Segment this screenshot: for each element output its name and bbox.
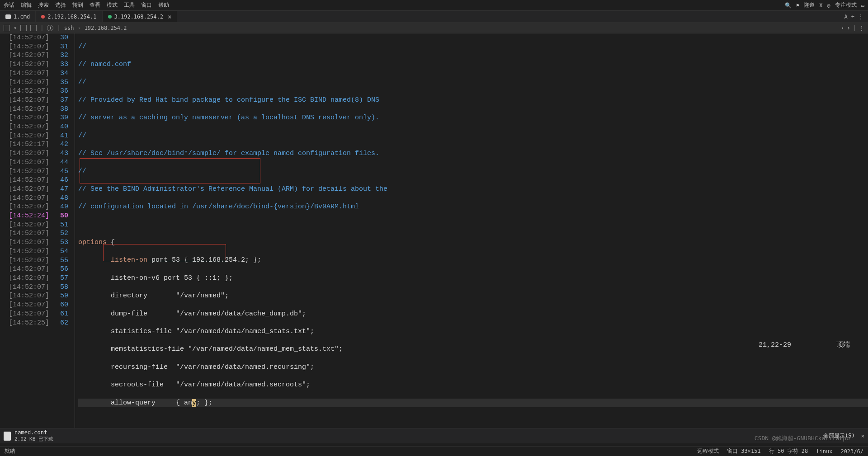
tab-host2-label: 3.192.168.254.2	[114, 14, 163, 20]
more-icon[interactable]: ⋮	[858, 14, 863, 20]
code-line: listen-on-v6 port 53 { ::1; };	[78, 274, 233, 282]
crumb-addr[interactable]: 192.168.254.2	[85, 25, 127, 31]
code-line: // named.conf	[78, 61, 131, 68]
menu-mode[interactable]: 模式	[107, 1, 118, 9]
code-line: {	[107, 239, 115, 246]
tab-host2[interactable]: 3.192.168.254.2 ×	[103, 11, 178, 22]
toolbar: ▾ | i | ssh › 192.168.254.2 ‹ › | ⋮	[0, 23, 868, 33]
close-icon[interactable]: ×	[168, 13, 171, 20]
menu-x[interactable]: X	[819, 2, 822, 9]
close-download-icon[interactable]: ×	[861, 433, 864, 439]
code-line: secroots-file "/var/named/data/named.sec…	[78, 381, 310, 389]
menu-tunnel[interactable]: 隧道	[804, 1, 815, 9]
menu-right: 🔍 ⚑ 隧道 X ◎ 专注模式 ▭	[785, 1, 864, 9]
more-icon-2[interactable]: ⋮	[859, 25, 864, 31]
nav-fwd-icon[interactable]: ›	[847, 25, 850, 31]
menu-view[interactable]: 查看	[90, 1, 100, 9]
code-line: //	[78, 43, 86, 51]
menu-window[interactable]: 窗口	[141, 1, 152, 9]
menu-select[interactable]: 选择	[55, 1, 66, 9]
download-info[interactable]: named.conf 2.02 KB 已下载	[14, 429, 53, 442]
cmd-icon	[5, 14, 11, 19]
status-dot-red-icon	[41, 15, 45, 19]
tab-host1-label: 2.192.168.254.1	[47, 14, 96, 20]
menu-session[interactable]: 会话	[4, 1, 14, 9]
nav-back-icon[interactable]: ‹	[841, 25, 844, 31]
status-remote[interactable]: 远程模式	[697, 447, 719, 455]
code-options-kw: options	[78, 239, 107, 246]
menu-left: 会话 编辑 搜索 选择 转到 查看 模式 工具 窗口 帮助	[4, 1, 169, 9]
editor[interactable]: [14:52:07][14:52:07][14:52:07][14:52:07]…	[0, 33, 868, 440]
cursor: y	[192, 399, 196, 407]
panel-icon-3[interactable]	[30, 25, 37, 31]
code-line: // server as a caching only nameserver (…	[78, 114, 379, 122]
code-area[interactable]: // // named.conf // // Provided by Red H…	[78, 33, 868, 440]
menu-goto[interactable]: 转到	[72, 1, 83, 9]
code-listen-kw: listen-on	[111, 256, 147, 264]
download-filename: named.conf	[14, 429, 53, 436]
search-icon[interactable]: 🔍	[785, 2, 792, 9]
code-line: //	[78, 132, 86, 140]
info-icon[interactable]: i	[47, 25, 53, 31]
menu-focus[interactable]: 专注模式	[835, 1, 857, 9]
active-line: allow-query { any; };	[78, 399, 868, 408]
menu-bar: 会话 编辑 搜索 选择 转到 查看 模式 工具 窗口 帮助 🔍 ⚑ 隧道 X ◎…	[0, 0, 868, 11]
vim-status: 21,22-29 顶端	[759, 341, 850, 350]
font-size-icon[interactable]: A	[844, 14, 848, 20]
tab-bar: 1.cmd 2.192.168.254.1 3.192.168.254.2 × …	[0, 11, 868, 23]
code-line: // Provided by Red Hat bind package to c…	[78, 96, 379, 104]
vim-position: 21,22-29	[759, 341, 791, 350]
menu-edit[interactable]: 编辑	[21, 1, 32, 9]
code-line: //	[78, 167, 86, 175]
indent-guide	[73, 33, 78, 440]
tab-host1[interactable]: 2.192.168.254.1	[36, 11, 102, 22]
code-line: directory "/var/named";	[78, 292, 229, 300]
tab-cmd[interactable]: 1.cmd	[0, 11, 36, 22]
code-line: // See the BIND Administrator's Referenc…	[78, 185, 387, 193]
status-date: 2023/6/	[840, 448, 863, 455]
panel-icon-2[interactable]	[20, 25, 27, 31]
file-icon	[4, 432, 11, 441]
tab-cmd-label: 1.cmd	[14, 14, 30, 20]
code-line: memstatistics-file "/var/named/data/name…	[78, 345, 343, 353]
panel-icon-1[interactable]	[4, 25, 10, 31]
target-icon[interactable]: ◎	[827, 2, 830, 9]
vim-mode: 顶端	[836, 341, 850, 350]
status-lang[interactable]: linux	[816, 448, 832, 455]
show-all-button[interactable]: 全部显示(S)	[823, 432, 855, 440]
download-bar: named.conf 2.02 KB 已下载 全部显示(S) ×	[0, 428, 868, 443]
code-line: // See /usr/share/doc/bind*/sample/ for …	[78, 150, 379, 157]
status-rowcol[interactable]: 行 50 字符 28	[769, 447, 808, 455]
tab-tools: A + ⋮	[840, 11, 868, 22]
menu-help[interactable]: 帮助	[158, 1, 169, 9]
status-window[interactable]: 窗口 33×151	[727, 447, 761, 455]
code-line: port 53 { 192.168.254.2; };	[147, 256, 261, 264]
code-line: recursing-file "/var/named/data/named.re…	[78, 363, 314, 371]
status-ready: 就绪	[5, 447, 15, 455]
chevron-right-icon: ›	[77, 25, 80, 31]
code-line: // configuration located in /usr/share/d…	[78, 203, 359, 211]
menu-tools[interactable]: 工具	[124, 1, 135, 9]
code-line: dump-file "/var/named/data/cache_dump.db…	[78, 310, 306, 318]
square-icon[interactable]: ▭	[861, 2, 864, 9]
line-number-gutter: 3031323334353637383940414243444546474849…	[52, 33, 73, 440]
download-meta: 2.02 KB 已下载	[14, 436, 53, 442]
timestamp-column: [14:52:07][14:52:07][14:52:07][14:52:07]…	[0, 33, 52, 440]
add-tab-icon[interactable]: +	[851, 14, 854, 20]
flag-icon[interactable]: ⚑	[796, 2, 799, 9]
menu-search[interactable]: 搜索	[38, 1, 49, 9]
status-dot-green-icon	[108, 15, 112, 19]
code-line: statistics-file "/var/named/data/named_s…	[78, 328, 314, 335]
code-line: //	[78, 78, 86, 86]
status-bar: 就绪 远程模式 窗口 33×151 行 50 字符 28 linux 2023/…	[0, 446, 868, 456]
chevron-down-icon[interactable]: ▾	[14, 25, 17, 31]
crumb-ssh[interactable]: ssh	[64, 25, 74, 31]
